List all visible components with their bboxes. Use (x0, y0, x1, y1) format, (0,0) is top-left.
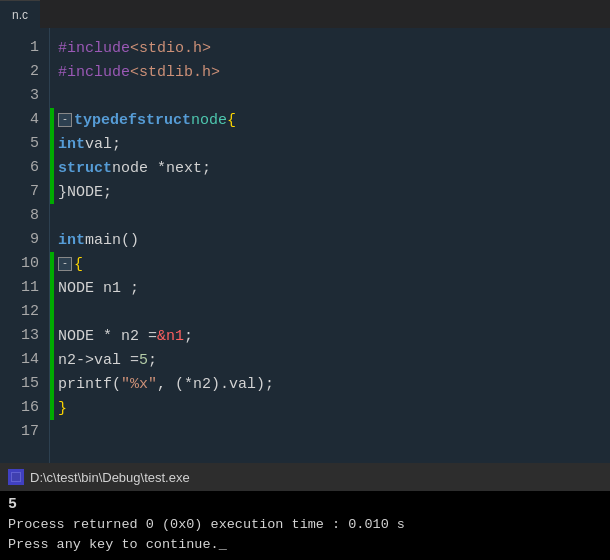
terminal-title: D:\c\test\bin\Debug\test.exe (30, 470, 190, 485)
token: , (*n2).val); (157, 376, 274, 393)
token: } (58, 400, 67, 417)
line-number: 5 (0, 132, 39, 156)
token: NODE * n2 = (58, 328, 157, 345)
token: struct (58, 160, 112, 177)
line-number: 17 (0, 420, 39, 444)
green-bar (50, 324, 54, 348)
token: int (58, 136, 85, 153)
token: }NODE; (58, 184, 112, 201)
line-number: 10 (0, 252, 39, 276)
token: main() (85, 232, 139, 249)
code-line: #include <stdlib.h> (58, 60, 610, 84)
code-line: int main() (58, 228, 610, 252)
green-bar (50, 252, 54, 276)
editor-tab[interactable]: n.c (0, 0, 40, 28)
line-number: 16 (0, 396, 39, 420)
code-line (58, 204, 610, 228)
line-number: 6 (0, 156, 39, 180)
terminal-content[interactable]: 5 Process returned 0 (0x0) execution tim… (0, 491, 610, 559)
line-number: 7 (0, 180, 39, 204)
token: printf( (58, 376, 121, 393)
output-line2: Process returned 0 (0x0) execution time … (8, 515, 602, 535)
terminal-area: D:\c\test\bin\Debug\test.exe 5 Process r… (0, 463, 610, 560)
svg-rect-1 (12, 473, 20, 481)
output-number: 5 (8, 495, 602, 515)
token: node *next; (112, 160, 211, 177)
code-line: n2->val = 5; (58, 348, 610, 372)
line-number: 1 (0, 36, 39, 60)
collapse-icon[interactable]: - (58, 113, 72, 127)
line-number: 12 (0, 300, 39, 324)
code-content: #include <stdio.h>#include <stdlib.h>-ty… (50, 28, 610, 463)
code-line: NODE n1 ; (58, 276, 610, 300)
output-line3: Press any key to continue._ (8, 535, 602, 555)
line-number: 11 (0, 276, 39, 300)
code-line (58, 420, 610, 444)
token: ; (184, 328, 193, 345)
token: { (227, 112, 236, 129)
line-number: 9 (0, 228, 39, 252)
collapse-icon[interactable]: - (58, 257, 72, 271)
code-line: #include <stdio.h> (58, 36, 610, 60)
token: 5 (139, 352, 148, 369)
code-line (58, 84, 610, 108)
code-line: } (58, 396, 610, 420)
green-bar (50, 108, 54, 132)
code-line: printf("%x", (*n2).val); (58, 372, 610, 396)
tab-label: n.c (12, 8, 28, 22)
token: NODE n1 ; (58, 280, 139, 297)
code-line: NODE * n2 = &n1; (58, 324, 610, 348)
editor-container: n.c 1234567891011121314151617 #include <… (0, 0, 610, 463)
code-editor[interactable]: 1234567891011121314151617 #include <stdi… (0, 28, 610, 463)
token-header-file: <stdlib.h> (130, 64, 220, 81)
code-line: -typedef struct node{ (58, 108, 610, 132)
token-preprocessor: #include (58, 40, 130, 57)
line-number: 2 (0, 60, 39, 84)
token: { (74, 256, 83, 273)
token: n2->val = (58, 352, 139, 369)
code-line: struct node *next; (58, 156, 610, 180)
token: node (191, 112, 227, 129)
green-bar (50, 156, 54, 180)
green-bar (50, 276, 54, 300)
token-preprocessor: #include (58, 64, 130, 81)
line-number: 15 (0, 372, 39, 396)
token: &n1 (157, 328, 184, 345)
line-number: 13 (0, 324, 39, 348)
code-line: -{ (58, 252, 610, 276)
green-bar (50, 300, 54, 324)
token: val; (85, 136, 121, 153)
green-bar (50, 180, 54, 204)
code-line: }NODE; (58, 180, 610, 204)
line-numbers: 1234567891011121314151617 (0, 28, 50, 463)
green-bar (50, 132, 54, 156)
terminal-icon (8, 469, 24, 485)
token: int (58, 232, 85, 249)
token: "%x" (121, 376, 157, 393)
line-number: 3 (0, 84, 39, 108)
token: struct (137, 112, 191, 129)
token: typedef (74, 112, 137, 129)
green-bar (50, 396, 54, 420)
token: ; (148, 352, 157, 369)
terminal-title-bar: D:\c\test\bin\Debug\test.exe (0, 463, 610, 491)
line-number: 4 (0, 108, 39, 132)
line-number: 8 (0, 204, 39, 228)
green-bar (50, 372, 54, 396)
green-bar (50, 348, 54, 372)
code-line (58, 300, 610, 324)
tab-bar: n.c (0, 0, 610, 28)
line-number: 14 (0, 348, 39, 372)
code-line: int val; (58, 132, 610, 156)
token-header-file: <stdio.h> (130, 40, 211, 57)
